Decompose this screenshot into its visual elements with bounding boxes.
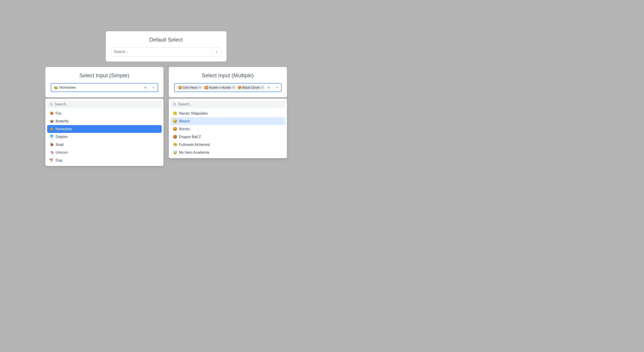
- option-emoji-icon: 🙃: [173, 111, 177, 116]
- list-item[interactable]: 🐕Dog: [47, 156, 162, 164]
- option-label: Butterfly: [56, 119, 69, 123]
- svg-line-7: [175, 105, 176, 106]
- simple-select-title: Select Input (Simple): [51, 72, 158, 79]
- option-emoji-icon: 🦊: [50, 111, 54, 116]
- indicator-separator: [149, 85, 150, 90]
- list-item[interactable]: 😅Bleach: [170, 117, 285, 125]
- svg-point-2: [50, 103, 52, 105]
- honeybee-emoji-icon: 🐝: [54, 86, 58, 90]
- list-item[interactable]: 😡Boruto: [170, 125, 285, 133]
- simple-select-value-label: Honeybee: [60, 86, 76, 90]
- clear-icon[interactable]: [142, 84, 149, 91]
- tag-label: One Piece: [183, 86, 198, 89]
- multiple-menu-search-input[interactable]: [178, 102, 283, 106]
- list-item[interactable]: 🙃Naruto Shippûden: [170, 109, 285, 117]
- multiple-select-tags: 🤩One Piece✕🥰Hunter x Hunter✕😍Black Clove…: [177, 84, 265, 91]
- tag-emoji-icon: 🤩: [178, 86, 182, 89]
- chevron-right-icon[interactable]: [213, 48, 220, 55]
- option-label: My Hero Academia: [179, 151, 209, 155]
- list-item[interactable]: 🤯My Hero Academia: [170, 149, 285, 156]
- tag-label: Hunter x Hunter: [209, 86, 231, 89]
- option-label: Dog: [56, 158, 62, 162]
- tag-label: Black Clover: [242, 86, 260, 89]
- multiple-select-wrapper: Select Input (Multiple) 🤩One Piece✕🥰Hunt…: [169, 67, 287, 166]
- option-emoji-icon: 😅: [173, 119, 177, 123]
- list-item[interactable]: 🦄Unicorn: [47, 149, 162, 156]
- multiple-select-title: Select Input (Multiple): [174, 72, 282, 79]
- option-emoji-icon: 🐕: [50, 158, 54, 162]
- list-item[interactable]: 🦋Butterfly: [47, 117, 162, 125]
- tag-remove-icon[interactable]: ✕: [261, 86, 264, 89]
- search-icon: [50, 103, 53, 106]
- list-item[interactable]: 🥵Dragon Ball Z: [170, 133, 285, 141]
- default-select-placeholder: Search...: [114, 50, 212, 54]
- option-label: Naruto Shippûden: [179, 111, 208, 116]
- multiple-select-control[interactable]: 🤩One Piece✕🥰Hunter x Hunter✕😍Black Clove…: [174, 83, 282, 92]
- option-label: Fox: [56, 111, 62, 116]
- tag-remove-icon[interactable]: ✕: [232, 86, 235, 89]
- simple-menu-search-input[interactable]: [55, 102, 160, 106]
- multiple-menu-search[interactable]: [170, 101, 285, 108]
- option-label: Unicorn: [56, 151, 68, 155]
- option-emoji-icon: 🤧: [173, 143, 177, 147]
- indicator-separator: [273, 85, 273, 90]
- list-item[interactable]: 🐝Honeybee: [47, 125, 162, 133]
- option-emoji-icon: 🦋: [50, 119, 54, 123]
- simple-menu-search[interactable]: [47, 101, 162, 108]
- svg-point-6: [173, 103, 175, 105]
- tag-emoji-icon: 😍: [238, 86, 242, 89]
- svg-line-3: [52, 105, 52, 106]
- option-label: Honeybee: [56, 127, 72, 131]
- default-select-control[interactable]: Search...: [111, 47, 221, 56]
- option-emoji-icon: 🥵: [173, 135, 177, 139]
- multiple-select-menu: 🙃Naruto Shippûden😅Bleach😡Boruto🥵Dragon B…: [169, 99, 287, 158]
- tag-emoji-icon: 🥰: [204, 86, 208, 89]
- clear-icon[interactable]: [265, 84, 272, 91]
- option-label: Bleach: [179, 119, 190, 123]
- default-select-title: Default Select: [111, 37, 221, 43]
- option-emoji-icon: 🤯: [173, 150, 177, 155]
- list-item[interactable]: 🐌Snail: [47, 141, 162, 149]
- search-icon: [173, 103, 176, 106]
- default-select-card: Default Select Search...: [106, 31, 226, 62]
- option-emoji-icon: 🐝: [50, 127, 54, 131]
- simple-select-control[interactable]: 🐝 Honeybee: [51, 83, 158, 92]
- option-label: Dolphin: [56, 135, 68, 139]
- indicator-separator: [213, 49, 213, 54]
- selected-tag: 😍Black Clover✕: [236, 85, 265, 90]
- option-emoji-icon: 🐬: [50, 135, 54, 139]
- chevron-down-icon[interactable]: [274, 84, 281, 91]
- selected-tag: 🥰Hunter x Hunter✕: [203, 85, 236, 90]
- option-label: Boruto: [179, 127, 190, 131]
- tag-remove-icon[interactable]: ✕: [198, 86, 202, 89]
- option-emoji-icon: 🦄: [50, 150, 54, 155]
- option-emoji-icon: 😡: [173, 127, 177, 131]
- list-item[interactable]: 🤧Fullmetal Alchemist: [170, 141, 285, 149]
- list-item[interactable]: 🐬Dolphin: [47, 133, 162, 141]
- option-emoji-icon: 🐌: [50, 143, 54, 147]
- option-label: Snail: [56, 143, 64, 147]
- multiple-select-card: Select Input (Multiple) 🤩One Piece✕🥰Hunt…: [169, 67, 287, 97]
- simple-select-card: Select Input (Simple) 🐝 Honeybee: [46, 67, 164, 97]
- list-item[interactable]: 🦊Fox: [47, 109, 162, 117]
- chevron-down-icon[interactable]: [150, 84, 157, 91]
- simple-select-wrapper: Select Input (Simple) 🐝 Honeybee: [46, 67, 164, 166]
- simple-select-value: 🐝 Honeybee: [54, 86, 142, 90]
- selected-tag: 🤩One Piece✕: [177, 85, 202, 90]
- option-label: Fullmetal Alchemist: [179, 143, 210, 147]
- simple-select-menu: 🦊Fox🦋Butterfly🐝Honeybee🐬Dolphin🐌Snail🦄Un…: [46, 99, 164, 166]
- option-label: Dragon Ball Z: [179, 135, 201, 139]
